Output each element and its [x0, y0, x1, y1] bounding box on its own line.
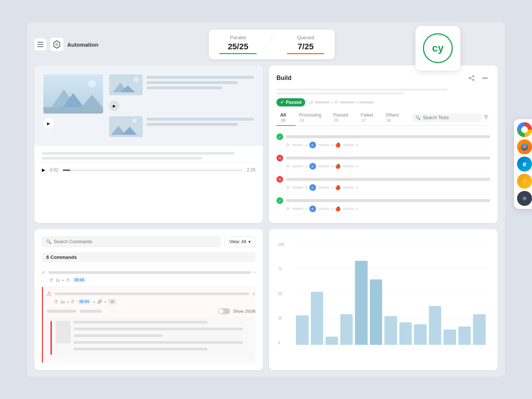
meta-bar [359, 101, 374, 103]
video-play-control[interactable]: ▶ [42, 167, 45, 173]
build-search-input[interactable] [423, 115, 479, 120]
search-icon: 🔍 [46, 239, 52, 244]
play-button[interactable]: ▶ [43, 118, 54, 129]
video-preview-area: ▶ [34, 65, 263, 146]
filter-button[interactable] [482, 113, 490, 123]
tab-failed[interactable]: Failed 37 [357, 110, 382, 126]
clock-icon: ⏱ [286, 186, 290, 190]
cmd-tag-bar-2 [80, 310, 102, 313]
tab-passed[interactable]: Passed 05 [330, 110, 357, 126]
meta-bar [276, 89, 448, 91]
test-row-main: ✓ [276, 197, 490, 204]
video-thumbnail-large [43, 74, 103, 114]
firefox-browser-icon[interactable] [517, 139, 532, 154]
show-json-row: Show JSON [47, 308, 256, 314]
widget-divider [272, 35, 272, 42]
y-label-25: 25 [278, 316, 284, 320]
chart-bar [296, 315, 309, 345]
play-button-2[interactable]: ▶ [109, 100, 120, 111]
browser-icon: B [312, 165, 313, 168]
share-button[interactable] [466, 73, 477, 83]
build-search-bar[interactable]: 🔍 [412, 114, 482, 122]
status-pass-icon: ✓ [276, 133, 283, 140]
cmd-top-2: ⚠ ∨ [47, 291, 256, 297]
cmd-body-line [74, 334, 163, 337]
svg-line-19 [470, 78, 473, 80]
chart-bar [355, 261, 368, 345]
tab-all-count: 20 [281, 118, 285, 123]
special-browser-1-icon[interactable]: ⚡ [517, 174, 532, 189]
parallel-queued-widget: Parallel 25/25 Queued 7/25 [209, 30, 335, 59]
cmd-duration-1: 00:04 [72, 277, 86, 283]
queued-progress-bar [287, 53, 324, 54]
cmd-meta-1: ⏱ 1s • ⏱ 00:04 [49, 277, 256, 283]
app-title: Automation [67, 41, 98, 48]
commands-header: 🔍 View: All ▾ [42, 236, 256, 247]
chart-bar [325, 337, 338, 345]
edge-browser-icon[interactable]: e [517, 157, 532, 171]
tab-processing[interactable]: Processing 24 [296, 110, 330, 126]
svg-point-10 [133, 77, 139, 82]
cmd-tag: ⚙ [108, 299, 116, 304]
commands-card: 🔍 View: All ▾ 6 Commands ✓ › [34, 229, 263, 370]
test-row-main: ✕ [276, 176, 490, 183]
build-actions: ••• [466, 73, 490, 83]
browser-badge: B [309, 184, 316, 191]
build-title: Build [276, 75, 291, 81]
text-line [146, 123, 238, 126]
desc-line [42, 157, 202, 160]
commands-search-input[interactable] [54, 239, 217, 244]
tab-failed-count: 37 [362, 118, 366, 123]
hamburger-button[interactable] [34, 38, 46, 50]
dot-sep: • [62, 278, 64, 282]
queued-label: Queued [297, 35, 314, 40]
apple-icon: 🍎 [335, 142, 341, 148]
chart-bar [458, 327, 471, 345]
video-time-current: 0:02 [50, 167, 58, 173]
chart-bar [399, 322, 412, 345]
cmd-expanded-content: Show JSON [47, 308, 256, 359]
test-meta-row: ⏱ • B • 🍎 • [286, 205, 490, 212]
text-line [146, 86, 222, 89]
show-json-toggle[interactable] [218, 308, 230, 314]
meta-chip [343, 165, 354, 167]
app-logo-icon [50, 38, 64, 51]
cmd-name-bar [55, 293, 249, 295]
svg-point-14 [132, 118, 137, 123]
chart-bar [473, 314, 486, 345]
chart-bar [370, 279, 383, 345]
svg-point-15 [473, 75, 474, 77]
clock-icon: ⏱ [286, 164, 290, 168]
y-label-50: 50 [278, 292, 284, 296]
firefox-inner [521, 143, 528, 151]
video-progress-bar[interactable] [63, 170, 242, 171]
clock-icon: ⏱ [286, 207, 290, 211]
passed-label: Passed [286, 100, 301, 105]
main-container: Automation Parallel 25/25 Queued 7/25 cy [27, 22, 505, 377]
passed-badge-row: ✓ Passed ⎇ • ⏱ • [276, 98, 490, 106]
view-all-button[interactable]: View: All ▾ [225, 236, 256, 247]
dot-separator: • [356, 164, 358, 168]
dot-separator: • [356, 143, 358, 147]
apple-icon: 🍎 [335, 164, 341, 169]
video-text-lines-2 [146, 116, 254, 126]
special-2-label: ⚛ [522, 195, 527, 202]
special-browser-2-icon[interactable]: ⚛ [517, 191, 532, 206]
tab-all[interactable]: All 20 [276, 110, 296, 126]
meta-chip [292, 144, 303, 146]
more-options-button[interactable]: ••• [480, 73, 490, 83]
tab-others[interactable]: Others 36 [382, 110, 408, 126]
special-1-label: ⚡ [521, 178, 528, 185]
browser-panel: e ⚡ ⚛ [514, 119, 532, 209]
parallel-label: Parallel [230, 35, 246, 40]
apple-icon: 🍎 [335, 185, 341, 190]
video-description-area [34, 146, 263, 163]
chrome-browser-icon[interactable] [517, 122, 532, 137]
y-label-100: 100 [278, 242, 284, 247]
cmd-meta-2: ⏱ 1s • ⏱ 00:04 • 🔗 • ⚙ [54, 299, 256, 304]
meta-chip [292, 208, 303, 210]
meta-chip [292, 165, 303, 167]
search-icon: 🔍 [415, 115, 421, 120]
commands-search-bar[interactable]: 🔍 [42, 236, 221, 247]
dot-separator: • [332, 186, 333, 190]
